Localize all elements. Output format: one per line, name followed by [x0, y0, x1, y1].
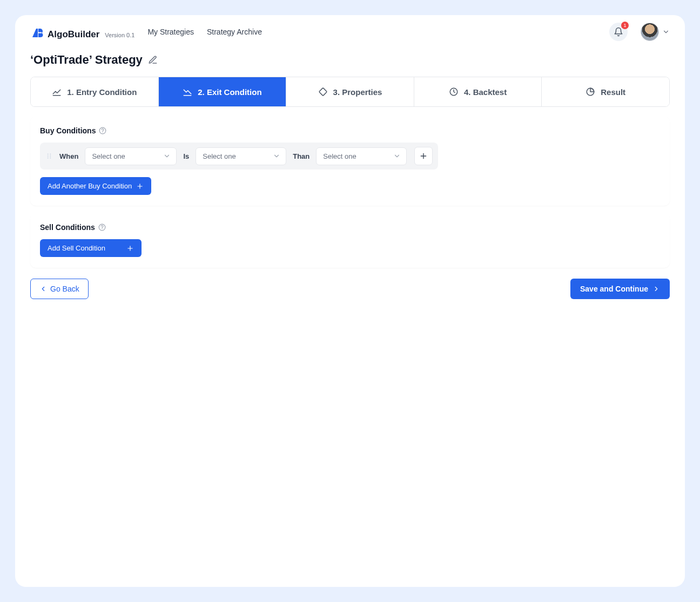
- edit-title-button[interactable]: [148, 55, 158, 65]
- save-and-continue-button[interactable]: Save and Continue: [570, 279, 670, 299]
- chevron-down-icon: [662, 28, 670, 36]
- help-icon[interactable]: [98, 224, 106, 231]
- tab-label: Result: [601, 87, 625, 97]
- tab-label: 2. Exit Condition: [198, 87, 261, 97]
- add-condition-inline-button[interactable]: [414, 147, 433, 165]
- sell-conditions-panel: Sell Conditions Add Sell Condition: [30, 213, 670, 268]
- when-label: When: [59, 152, 78, 160]
- topbar: AlgoBuilder Version 0.1 My Strategies St…: [15, 15, 685, 41]
- title-row: ‘OptiTrade’ Strategy: [30, 53, 670, 67]
- page-title: ‘OptiTrade’ Strategy: [30, 53, 143, 67]
- buy-conditions-panel: Buy Conditions When Select one Is Select…: [30, 117, 670, 206]
- tab-label: 4. Backtest: [464, 87, 507, 97]
- tab-result[interactable]: Result: [542, 77, 669, 106]
- chevron-down-icon: [163, 152, 171, 160]
- select-value: Select one: [203, 152, 235, 160]
- add-another-buy-condition-button[interactable]: Add Another Buy Condition: [40, 177, 151, 195]
- tab-exit-condition[interactable]: 2. Exit Condition: [159, 77, 287, 106]
- account-menu[interactable]: [641, 23, 670, 41]
- svg-point-9: [50, 154, 51, 155]
- logo[interactable]: AlgoBuilder Version 0.1: [30, 24, 134, 40]
- svg-rect-0: [38, 32, 42, 33]
- chevron-right-icon: [652, 285, 660, 293]
- is-select[interactable]: Select one: [196, 147, 286, 165]
- select-value: Select one: [92, 152, 125, 160]
- content: ‘OptiTrade’ Strategy 1. Entry Condition …: [15, 41, 685, 587]
- select-value: Select one: [323, 152, 356, 160]
- is-label: Is: [183, 152, 189, 160]
- than-label: Than: [293, 152, 309, 160]
- button-label: Add Sell Condition: [48, 244, 105, 252]
- help-icon[interactable]: [99, 127, 106, 134]
- button-label: Add Another Buy Condition: [48, 182, 132, 190]
- buy-condition-row: When Select one Is Select one Than Selec…: [40, 143, 438, 170]
- wizard-tabs: 1. Entry Condition 2. Exit Condition 3. …: [30, 77, 670, 107]
- svg-point-6: [48, 154, 49, 155]
- app-name: AlgoBuilder: [48, 29, 99, 40]
- button-label: Save and Continue: [580, 285, 648, 293]
- notifications-button[interactable]: 1: [609, 23, 628, 41]
- add-sell-condition-button[interactable]: Add Sell Condition: [40, 239, 142, 257]
- tab-entry-condition[interactable]: 1. Entry Condition: [31, 77, 159, 106]
- than-select[interactable]: Select one: [316, 147, 407, 165]
- nav-strategy-archive[interactable]: Strategy Archive: [207, 28, 262, 36]
- footer-actions: Go Back Save and Continue: [30, 279, 670, 299]
- plus-icon: [126, 245, 134, 252]
- when-select[interactable]: Select one: [85, 147, 177, 165]
- svg-point-8: [48, 158, 49, 159]
- chevron-down-icon: [393, 152, 401, 160]
- drag-handle-icon[interactable]: [45, 152, 53, 160]
- svg-point-7: [48, 155, 49, 157]
- svg-point-11: [50, 158, 51, 159]
- plus-icon: [136, 182, 144, 190]
- version-label: Version 0.1: [105, 32, 134, 38]
- logo-mark-icon: [30, 26, 43, 39]
- sell-conditions-title: Sell Conditions: [40, 223, 95, 232]
- avatar: [641, 23, 659, 41]
- chevron-left-icon: [39, 285, 47, 293]
- chevron-down-icon: [273, 152, 280, 160]
- app-window: AlgoBuilder Version 0.1 My Strategies St…: [15, 15, 685, 587]
- button-label: Go Back: [50, 285, 79, 293]
- nav-my-strategies[interactable]: My Strategies: [147, 28, 194, 36]
- notification-badge: 1: [621, 22, 629, 29]
- tab-label: 1. Entry Condition: [67, 87, 137, 97]
- tab-label: 3. Properties: [333, 87, 382, 97]
- go-back-button[interactable]: Go Back: [30, 279, 89, 299]
- bell-icon: [614, 27, 623, 37]
- tab-backtest[interactable]: 4. Backtest: [414, 77, 542, 106]
- svg-point-10: [50, 155, 51, 157]
- buy-conditions-title: Buy Conditions: [40, 126, 96, 135]
- svg-rect-1: [319, 88, 327, 96]
- tab-properties[interactable]: 3. Properties: [286, 77, 414, 106]
